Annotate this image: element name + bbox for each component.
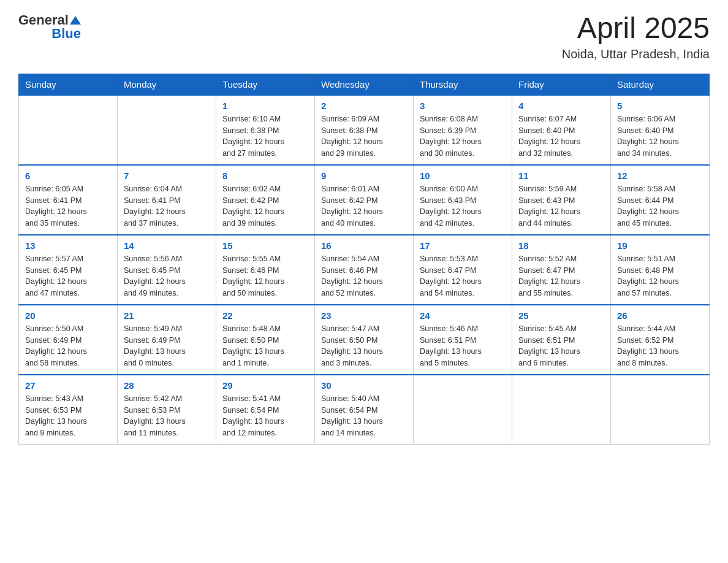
calendar-cell — [512, 375, 611, 445]
calendar-cell: 14Sunrise: 5:56 AMSunset: 6:45 PMDayligh… — [118, 235, 216, 305]
calendar-cell: 28Sunrise: 5:42 AMSunset: 6:53 PMDayligh… — [118, 375, 216, 445]
day-info: Sunrise: 5:54 AMSunset: 6:46 PMDaylight:… — [321, 253, 407, 299]
calendar-cell: 19Sunrise: 5:51 AMSunset: 6:48 PMDayligh… — [611, 235, 710, 305]
day-number: 17 — [420, 240, 506, 251]
day-number: 24 — [420, 310, 506, 321]
calendar-header-wednesday: Wednesday — [315, 74, 414, 95]
calendar-cell: 21Sunrise: 5:49 AMSunset: 6:49 PMDayligh… — [118, 305, 216, 375]
calendar-header-sunday: Sunday — [19, 74, 118, 95]
day-number: 18 — [518, 240, 604, 251]
calendar-cell: 4Sunrise: 6:07 AMSunset: 6:40 PMDaylight… — [512, 95, 611, 165]
day-info: Sunrise: 5:43 AMSunset: 6:53 PMDaylight:… — [25, 393, 111, 439]
day-info: Sunrise: 5:40 AMSunset: 6:54 PMDaylight:… — [321, 393, 407, 439]
day-number: 14 — [124, 240, 210, 251]
calendar-cell: 7Sunrise: 6:04 AMSunset: 6:41 PMDaylight… — [118, 165, 216, 235]
day-info: Sunrise: 5:56 AMSunset: 6:45 PMDaylight:… — [124, 253, 210, 299]
day-number: 19 — [617, 240, 703, 251]
calendar-cell — [611, 375, 710, 445]
calendar-cell: 24Sunrise: 5:46 AMSunset: 6:51 PMDayligh… — [414, 305, 512, 375]
day-number: 8 — [222, 170, 308, 181]
calendar-header-monday: Monday — [118, 74, 216, 95]
week-row-2: 13Sunrise: 5:57 AMSunset: 6:45 PMDayligh… — [19, 235, 710, 305]
day-info: Sunrise: 5:41 AMSunset: 6:54 PMDaylight:… — [222, 393, 308, 439]
day-number: 21 — [124, 310, 210, 321]
subtitle: Noida, Uttar Pradesh, India — [562, 47, 710, 61]
day-number: 1 — [222, 101, 308, 111]
calendar-header-saturday: Saturday — [611, 74, 710, 95]
day-number: 5 — [617, 101, 703, 111]
calendar-header-thursday: Thursday — [414, 74, 512, 95]
calendar-cell: 5Sunrise: 6:06 AMSunset: 6:40 PMDaylight… — [611, 95, 710, 165]
calendar-cell: 2Sunrise: 6:09 AMSunset: 6:38 PMDaylight… — [315, 95, 414, 165]
title-area: April 2025 Noida, Uttar Pradesh, India — [562, 12, 710, 61]
day-info: Sunrise: 5:46 AMSunset: 6:51 PMDaylight:… — [420, 323, 506, 369]
day-info: Sunrise: 5:50 AMSunset: 6:49 PMDaylight:… — [25, 323, 111, 369]
calendar-header-tuesday: Tuesday — [216, 74, 315, 95]
day-info: Sunrise: 5:51 AMSunset: 6:48 PMDaylight:… — [617, 253, 703, 299]
day-info: Sunrise: 5:48 AMSunset: 6:50 PMDaylight:… — [222, 323, 308, 369]
week-row-0: 1Sunrise: 6:10 AMSunset: 6:38 PMDaylight… — [19, 95, 710, 165]
week-row-3: 20Sunrise: 5:50 AMSunset: 6:49 PMDayligh… — [19, 305, 710, 375]
calendar-cell: 18Sunrise: 5:52 AMSunset: 6:47 PMDayligh… — [512, 235, 611, 305]
calendar-cell: 15Sunrise: 5:55 AMSunset: 6:46 PMDayligh… — [216, 235, 315, 305]
day-info: Sunrise: 5:44 AMSunset: 6:52 PMDaylight:… — [617, 323, 703, 369]
week-row-4: 27Sunrise: 5:43 AMSunset: 6:53 PMDayligh… — [19, 375, 710, 445]
logo-text-blue: Blue — [51, 26, 81, 42]
calendar-cell: 30Sunrise: 5:40 AMSunset: 6:54 PMDayligh… — [315, 375, 414, 445]
day-number: 23 — [321, 310, 407, 321]
day-info: Sunrise: 6:04 AMSunset: 6:41 PMDaylight:… — [124, 183, 210, 229]
day-info: Sunrise: 5:55 AMSunset: 6:46 PMDaylight:… — [222, 253, 308, 299]
day-number: 22 — [222, 310, 308, 321]
day-number: 2 — [321, 101, 407, 111]
calendar-cell: 11Sunrise: 5:59 AMSunset: 6:43 PMDayligh… — [512, 165, 611, 235]
calendar-header-friday: Friday — [512, 74, 611, 95]
day-info: Sunrise: 5:57 AMSunset: 6:45 PMDaylight:… — [25, 253, 111, 299]
day-info: Sunrise: 5:45 AMSunset: 6:51 PMDaylight:… — [518, 323, 604, 369]
day-info: Sunrise: 5:58 AMSunset: 6:44 PMDaylight:… — [617, 183, 703, 229]
day-number: 12 — [617, 170, 703, 181]
day-number: 4 — [518, 101, 604, 111]
calendar-cell: 29Sunrise: 5:41 AMSunset: 6:54 PMDayligh… — [216, 375, 315, 445]
calendar-cell: 10Sunrise: 6:00 AMSunset: 6:43 PMDayligh… — [414, 165, 512, 235]
calendar-cell: 16Sunrise: 5:54 AMSunset: 6:46 PMDayligh… — [315, 235, 414, 305]
day-number: 15 — [222, 240, 308, 251]
day-number: 13 — [25, 240, 111, 251]
calendar-cell: 25Sunrise: 5:45 AMSunset: 6:51 PMDayligh… — [512, 305, 611, 375]
calendar-cell: 1Sunrise: 6:10 AMSunset: 6:38 PMDaylight… — [216, 95, 315, 165]
day-info: Sunrise: 6:06 AMSunset: 6:40 PMDaylight:… — [617, 113, 703, 159]
calendar-cell: 23Sunrise: 5:47 AMSunset: 6:50 PMDayligh… — [315, 305, 414, 375]
calendar-cell: 9Sunrise: 6:01 AMSunset: 6:42 PMDaylight… — [315, 165, 414, 235]
day-number: 7 — [124, 170, 210, 181]
day-info: Sunrise: 5:49 AMSunset: 6:49 PMDaylight:… — [124, 323, 210, 369]
day-info: Sunrise: 5:53 AMSunset: 6:47 PMDaylight:… — [420, 253, 506, 299]
logo: General Blue — [18, 12, 81, 42]
calendar-cell: 12Sunrise: 5:58 AMSunset: 6:44 PMDayligh… — [611, 165, 710, 235]
day-number: 10 — [420, 170, 506, 181]
main-title: April 2025 — [562, 12, 710, 45]
calendar-cell: 6Sunrise: 6:05 AMSunset: 6:41 PMDaylight… — [19, 165, 118, 235]
logo-triangle-up — [70, 16, 81, 25]
calendar-cell: 3Sunrise: 6:08 AMSunset: 6:39 PMDaylight… — [414, 95, 512, 165]
day-number: 3 — [420, 101, 506, 111]
day-number: 27 — [25, 380, 111, 391]
calendar-cell: 8Sunrise: 6:02 AMSunset: 6:42 PMDaylight… — [216, 165, 315, 235]
day-info: Sunrise: 6:09 AMSunset: 6:38 PMDaylight:… — [321, 113, 407, 159]
day-number: 9 — [321, 170, 407, 181]
page-header: General Blue April 2025 Noida, Uttar Pra… — [18, 12, 710, 61]
day-info: Sunrise: 5:59 AMSunset: 6:43 PMDaylight:… — [518, 183, 604, 229]
day-number: 16 — [321, 240, 407, 251]
calendar-header-row: SundayMondayTuesdayWednesdayThursdayFrid… — [19, 74, 710, 95]
day-number: 25 — [518, 310, 604, 321]
day-info: Sunrise: 6:07 AMSunset: 6:40 PMDaylight:… — [518, 113, 604, 159]
day-info: Sunrise: 5:52 AMSunset: 6:47 PMDaylight:… — [518, 253, 604, 299]
day-info: Sunrise: 5:47 AMSunset: 6:50 PMDaylight:… — [321, 323, 407, 369]
calendar-cell: 26Sunrise: 5:44 AMSunset: 6:52 PMDayligh… — [611, 305, 710, 375]
day-number: 11 — [518, 170, 604, 181]
calendar-cell: 17Sunrise: 5:53 AMSunset: 6:47 PMDayligh… — [414, 235, 512, 305]
day-number: 28 — [124, 380, 210, 391]
day-number: 20 — [25, 310, 111, 321]
calendar-cell — [19, 95, 118, 165]
day-info: Sunrise: 6:10 AMSunset: 6:38 PMDaylight:… — [222, 113, 308, 159]
day-number: 30 — [321, 380, 407, 391]
calendar-cell: 20Sunrise: 5:50 AMSunset: 6:49 PMDayligh… — [19, 305, 118, 375]
